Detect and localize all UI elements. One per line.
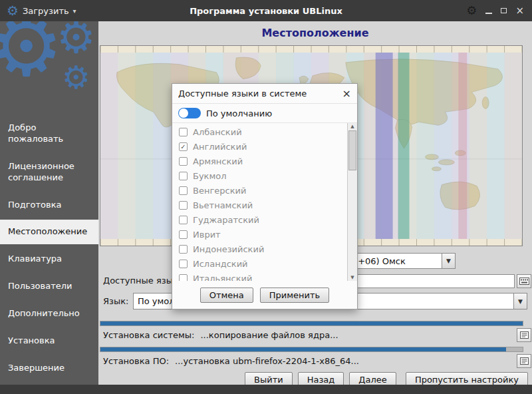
sidebar-item-label: Установка — [8, 335, 55, 345]
page-title: Местоположение — [98, 27, 532, 39]
scrollbar[interactable]: ▲ ▼ — [347, 123, 357, 281]
sidebar-item-label: Пользователи — [8, 281, 72, 291]
dialog-title: Доступные языки в системе — [178, 89, 342, 98]
sidebar-item-label: Лицензионное соглашение — [8, 161, 74, 182]
gears-logo: ⚙ ⚙ ⚙ — [0, 21, 98, 116]
checkbox[interactable] — [179, 128, 188, 136]
language-option[interactable]: Итальянский — [172, 271, 345, 281]
software-log-button[interactable] — [517, 354, 531, 368]
checkbox[interactable] — [179, 230, 188, 239]
cancel-button[interactable]: Отмена — [200, 288, 253, 303]
maximize-icon[interactable] — [501, 8, 507, 13]
language-option-label: Букмол — [193, 171, 227, 181]
system-status-label: Установка системы: — [103, 330, 194, 340]
sidebar-item[interactable]: Подготовка — [0, 193, 98, 218]
timezone-dropdown-arrow-icon[interactable]: ▼ — [442, 254, 455, 268]
language-dropdown-arrow-icon[interactable]: ▼ — [513, 294, 527, 309]
language-option-label: Албанский — [193, 127, 242, 137]
system-log-button[interactable] — [517, 328, 531, 342]
sidebar-item-label: Подготовка — [8, 200, 62, 210]
language-option[interactable]: Албанский — [172, 124, 345, 139]
load-button[interactable]: Загрузить — [23, 6, 69, 16]
checkbox[interactable] — [179, 201, 188, 210]
sidebar-nav: Добро пожаловать Лицензионное соглашение… — [0, 116, 98, 381]
sidebar-item[interactable]: Лицензионное соглашение — [0, 154, 98, 190]
chevron-down-icon[interactable]: ▾ — [73, 7, 76, 15]
default-toggle[interactable] — [178, 108, 201, 118]
language-option[interactable]: Вьетнамский — [172, 198, 345, 212]
titlebar: ⚙ Загрузить ▾ Программа установки UBLinu… — [0, 0, 532, 21]
language-option-label: Английский — [193, 142, 247, 152]
minimize-icon[interactable] — [485, 13, 492, 14]
language-option-label: Исландский — [193, 259, 248, 269]
sidebar: ⚙ ⚙ ⚙ Добро пожаловать Лицензионное согл… — [0, 21, 98, 385]
log-icon — [520, 357, 529, 365]
dialog-header: Доступные языки в системе × — [172, 84, 357, 104]
settings-gear-icon[interactable]: ⚙ — [466, 5, 477, 17]
checkbox[interactable] — [179, 260, 188, 268]
sidebar-item-label: Дополнительно — [8, 308, 80, 318]
checkbox[interactable] — [179, 216, 188, 224]
checkbox[interactable] — [179, 274, 188, 282]
sidebar-item[interactable]: Дополнительно — [0, 301, 98, 326]
language-option[interactable]: Венгерский — [172, 183, 345, 198]
language-option[interactable]: Букмол — [172, 168, 345, 183]
sidebar-item-label: Клавиатура — [8, 254, 62, 264]
sidebar-item[interactable]: Пользователи — [0, 274, 98, 299]
default-toggle-row: По умолчанию — [172, 104, 357, 123]
small-gear-icon: ⚙ — [62, 61, 90, 93]
system-status-text: ...копирование файлов ядра... — [200, 330, 338, 340]
keyboard-icon — [519, 278, 529, 285]
window-title: Программа установки UBLinux — [126, 6, 406, 16]
software-progress-fill — [100, 347, 506, 351]
dialog-footer: Отмена Применить — [172, 281, 357, 309]
checkbox[interactable] — [179, 157, 188, 166]
default-toggle-label: По умолчанию — [206, 108, 272, 118]
big-gear-icon: ⚙ — [0, 21, 63, 88]
language-option[interactable]: Индонезийский — [172, 242, 345, 256]
checkbox[interactable]: ✓ — [179, 142, 188, 151]
scroll-up-icon[interactable]: ▲ — [348, 123, 357, 130]
language-option-label: Итальянский — [193, 274, 252, 282]
language-option[interactable]: ✓ Английский — [172, 139, 345, 154]
keyboard-icon-button[interactable] — [517, 274, 531, 288]
language-option[interactable]: Исландский — [172, 256, 345, 271]
language-option-label: Венгерский — [193, 186, 246, 196]
sidebar-item[interactable]: Клавиатура — [0, 247, 98, 272]
software-progressbar — [100, 347, 523, 352]
language-option-label: Гуджаратский — [193, 215, 259, 225]
checkbox[interactable] — [179, 245, 188, 254]
log-icon — [520, 331, 529, 339]
toggle-knob — [179, 108, 188, 118]
languages-dialog: Доступные языки в системе × По умолчанию… — [172, 83, 358, 309]
installer-window: ⚙ Загрузить ▾ Программа установки UBLinu… — [0, 0, 532, 394]
language-label: Язык: — [103, 296, 128, 306]
scrollbar-thumb[interactable] — [348, 130, 356, 170]
sidebar-item[interactable]: Установка — [0, 329, 98, 353]
sidebar-item-label: Добро пожаловать — [8, 122, 63, 144]
sidebar-item[interactable]: Местоположение — [0, 220, 98, 244]
sidebar-item[interactable]: Завершение — [0, 356, 98, 381]
scroll-down-icon[interactable]: ▼ — [348, 274, 357, 281]
sidebar-item[interactable]: Добро пожаловать — [0, 116, 98, 152]
checkbox[interactable] — [179, 186, 188, 195]
language-option-label: Индонезийский — [193, 244, 264, 254]
sidebar-item-label: Местоположение — [8, 226, 87, 236]
language-option[interactable]: Армянский — [172, 154, 345, 168]
software-status-label: Установка ПО: — [103, 356, 169, 366]
language-option[interactable]: Гуджаратский — [172, 212, 345, 227]
dialog-close-icon[interactable]: × — [342, 89, 351, 99]
language-option-label: Вьетнамский — [193, 200, 253, 210]
sidebar-item-label: Завершение — [8, 363, 65, 373]
system-status-row: Установка системы: ...копирование файлов… — [103, 330, 338, 340]
app-gear-icon: ⚙ — [7, 4, 19, 17]
apply-button[interactable]: Применить — [260, 288, 329, 303]
system-progressbar — [100, 321, 523, 326]
checkbox[interactable] — [179, 172, 188, 180]
language-option-label: Иврит — [193, 230, 221, 240]
language-list: ▲ ▼ Албанский ✓ Английский Армянский Бук… — [172, 123, 357, 281]
close-window-icon[interactable]: × — [515, 6, 524, 16]
software-status-row: Установка ПО: ...установка ubm-firefox-2… — [103, 356, 359, 366]
language-option[interactable]: Иврит — [172, 227, 345, 242]
bottom-strip — [0, 385, 532, 394]
